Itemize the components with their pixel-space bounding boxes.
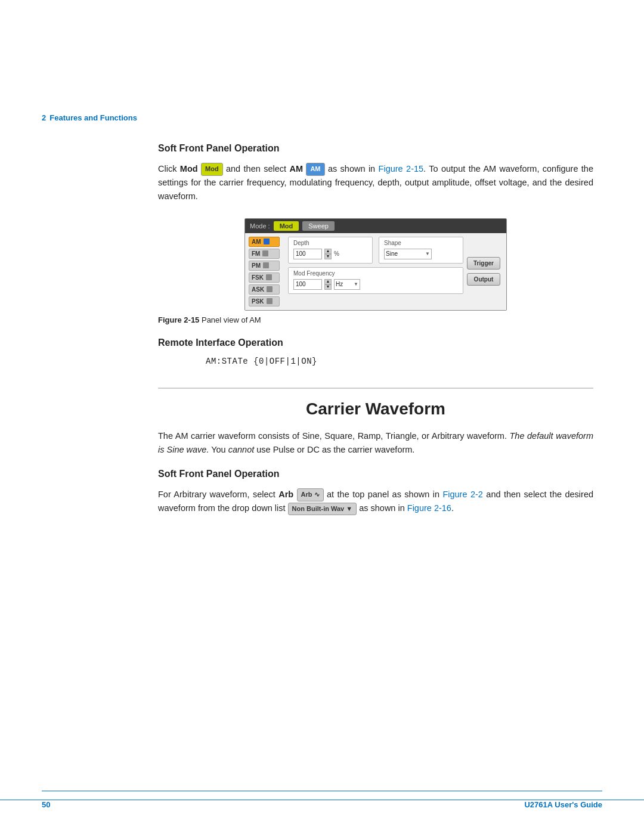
mod-freq-label: Mod Frequency — [293, 270, 458, 277]
shape-arrow: ▼ — [425, 251, 430, 256]
s3-text1: For Arbitrary waveform, select — [158, 490, 278, 499]
panel-right-buttons: Trigger Output — [467, 237, 503, 306]
carrier-text2: You — [209, 445, 228, 454]
figure15-link[interactable]: Figure 2-15 — [379, 164, 424, 174]
footer-line — [42, 791, 602, 791]
am-btn-label: AM — [252, 239, 261, 245]
panel-topbar: Mode : Mod Sweep — [245, 219, 506, 233]
trigger-button[interactable]: Trigger — [467, 257, 500, 270]
shape-value: Sine — [386, 250, 398, 257]
mod-freq-spinner: ▲ ▼ — [324, 279, 332, 290]
para1-text1: Click Mod — [158, 164, 201, 174]
page: 2 Features and Functions Soft Front Pane… — [0, 0, 644, 833]
shape-label: Shape — [384, 240, 458, 246]
mod-freq-down[interactable]: ▼ — [324, 284, 332, 290]
figure15-caption-text: Panel view of AM — [199, 315, 261, 324]
pm-panel-btn[interactable]: PM — [249, 261, 280, 271]
mod-freq-value: 100 — [296, 281, 306, 287]
depth-up[interactable]: ▲ — [324, 249, 332, 254]
fm-panel-btn[interactable]: FM — [249, 249, 280, 259]
fm-btn-label: FM — [252, 250, 260, 257]
carrier-cannot: cannot — [228, 445, 255, 454]
breadcrumb: 2 Features and Functions — [42, 113, 137, 122]
section3-heading: Soft Front Panel Operation — [158, 469, 593, 479]
carrier-text1: The AM carrier waveform consists of Sine… — [158, 431, 510, 441]
panel-body: AM FM PM FSK — [245, 233, 506, 310]
fsk-btn-label: FSK — [252, 274, 264, 281]
mod-freq-unit-select[interactable]: Hz ▼ — [334, 279, 360, 290]
s3-end: . — [451, 503, 454, 513]
carrier-heading-text: Carrier Waveform — [306, 400, 445, 418]
ask-indicator — [267, 286, 273, 292]
output-label: Output — [474, 276, 494, 283]
section3-para1: For Arbitrary waveform, select Arb Arb ∿… — [158, 488, 593, 515]
pm-btn-label: PM — [252, 262, 261, 269]
footer-page: 50 — [42, 800, 50, 809]
figure15-caption-bold: Figure 2-15 — [158, 315, 199, 324]
section1-para1: Click Mod Mod and then select AM AM as s… — [158, 162, 593, 204]
mod-freq-group: Mod Frequency 100 ▲ ▼ Hz — [288, 267, 463, 294]
s3-arb-btn-wrap: Arb ∿ — [293, 490, 327, 499]
depth-value: 100 — [296, 250, 306, 257]
depth-group: Depth 100 ▲ ▼ % — [288, 237, 373, 264]
remote-code: AM:STATe {0|OFF|1|ON} — [206, 357, 593, 366]
depth-input[interactable]: 100 — [293, 249, 322, 259]
carrier-heading: Carrier Waveform — [158, 388, 593, 419]
trigger-label: Trigger — [473, 260, 494, 267]
fsk-indicator — [266, 274, 272, 280]
mod-freq-input[interactable]: 100 — [293, 279, 322, 290]
ask-btn-label: ASK — [252, 286, 264, 293]
fsk-panel-btn[interactable]: FSK — [249, 272, 280, 283]
am-panel-btn[interactable]: AM — [249, 237, 280, 247]
mod-freq-input-row: 100 ▲ ▼ Hz ▼ — [293, 279, 458, 290]
output-button[interactable]: Output — [467, 273, 500, 286]
chapter-number: 2 — [42, 113, 46, 122]
panel-center-controls: Depth 100 ▲ ▼ % — [288, 237, 463, 306]
panel-left-buttons: AM FM PM FSK — [249, 237, 284, 306]
depth-unit: % — [334, 250, 339, 257]
carrier-text3: use Pulse or DC as the carrier waveform. — [254, 445, 414, 454]
carrier-para1: The AM carrier waveform consists of Sine… — [158, 429, 593, 457]
sweep-tab[interactable]: Sweep — [302, 221, 335, 231]
footer-title: U2761A User's Guide — [524, 800, 602, 809]
arb-button-inline: Arb ∿ — [297, 488, 324, 501]
panel-screenshot: Mode : Mod Sweep AM FM — [244, 218, 507, 311]
depth-down[interactable]: ▼ — [324, 254, 332, 259]
am-button-inline: AM — [306, 163, 324, 176]
psk-panel-btn[interactable]: PSK — [249, 296, 280, 306]
depth-input-row: 100 ▲ ▼ % — [293, 249, 367, 259]
mod-freq-up[interactable]: ▲ — [324, 279, 332, 284]
mode-label: Mode : — [250, 222, 270, 230]
s3-link2: Figure 2-16 — [407, 503, 451, 513]
figure15-caption: Figure 2-15 Panel view of AM — [158, 315, 593, 324]
psk-btn-label: PSK — [252, 298, 264, 305]
arb-word: Arb — [278, 490, 293, 499]
shape-select[interactable]: Sine ▼ — [384, 249, 432, 259]
depth-spinner: ▲ ▼ — [324, 249, 332, 259]
section2-heading: Remote Interface Operation — [158, 337, 593, 348]
pm-indicator — [263, 262, 269, 268]
mod-tab[interactable]: Mod — [274, 221, 299, 231]
mod-button-inline: Mod — [201, 163, 223, 176]
s3-text4: as shown in — [357, 503, 407, 513]
mod-freq-arrow: ▼ — [354, 281, 358, 287]
psk-indicator — [267, 298, 273, 304]
remote-section: Remote Interface Operation AM:STATe {0|O… — [158, 337, 593, 366]
mod-word: Mod — [180, 164, 198, 174]
am-word: AM — [289, 164, 303, 174]
figure15-container: Mode : Mod Sweep AM FM — [158, 218, 593, 324]
mod-freq-unit: Hz — [336, 281, 343, 287]
figure2-2-link[interactable]: Figure 2-2 — [442, 490, 482, 499]
dropdown-label: Non Built-in Wav — [292, 505, 345, 512]
chapter-title: Features and Functions — [49, 113, 137, 122]
figure2-16-link[interactable]: Figure 2-16 — [407, 503, 451, 513]
dropdown-inline: Non Built-in Wav ▼ — [288, 503, 357, 516]
depth-label: Depth — [293, 240, 367, 246]
s3-text2: at the top panel as shown in — [327, 490, 442, 499]
am-indicator — [264, 239, 270, 244]
shape-group: Shape Sine ▼ — [379, 237, 463, 264]
main-content: Soft Front Panel Operation Click Mod Mod… — [158, 143, 593, 521]
ask-panel-btn[interactable]: ASK — [249, 284, 280, 295]
fm-indicator — [262, 250, 268, 256]
section1-heading: Soft Front Panel Operation — [158, 143, 593, 154]
